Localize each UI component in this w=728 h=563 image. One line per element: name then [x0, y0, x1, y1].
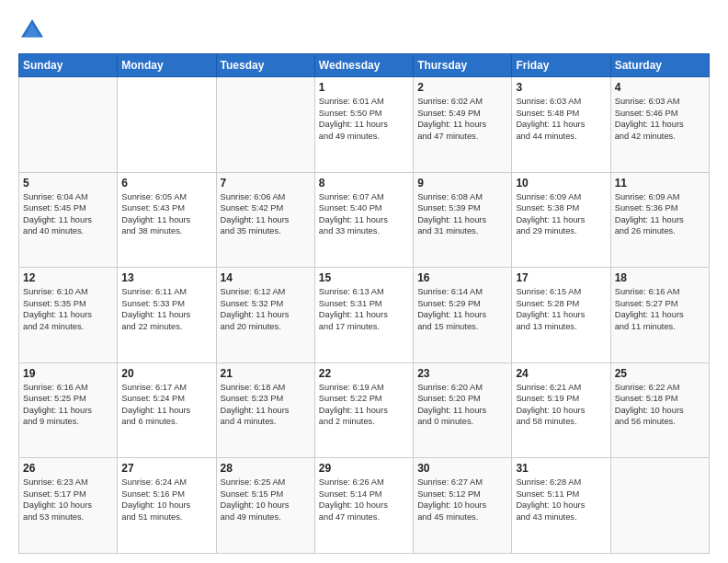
day-number: 17	[516, 271, 606, 284]
calendar-cell: 27Sunrise: 6:24 AM Sunset: 5:16 PM Dayli…	[118, 458, 216, 554]
calendar-row-2: 5Sunrise: 6:04 AM Sunset: 5:45 PM Daylig…	[19, 172, 710, 268]
calendar-cell	[19, 77, 118, 173]
day-number: 10	[516, 177, 606, 190]
header-row: SundayMondayTuesdayWednesdayThursdayFrid…	[19, 54, 710, 77]
calendar-cell: 14Sunrise: 6:12 AM Sunset: 5:32 PM Dayli…	[216, 268, 314, 363]
cell-info: Sunrise: 6:28 AM Sunset: 5:11 PM Dayligh…	[516, 477, 606, 523]
calendar-cell: 3Sunrise: 6:03 AM Sunset: 5:48 PM Daylig…	[512, 77, 610, 173]
day-number: 23	[417, 367, 507, 380]
calendar-cell: 7Sunrise: 6:06 AM Sunset: 5:42 PM Daylig…	[216, 172, 314, 268]
calendar-cell: 4Sunrise: 6:03 AM Sunset: 5:46 PM Daylig…	[610, 77, 709, 173]
col-header-thursday: Thursday	[414, 54, 512, 77]
cell-info: Sunrise: 6:09 AM Sunset: 5:36 PM Dayligh…	[615, 191, 705, 237]
calendar-cell	[216, 77, 314, 173]
cell-info: Sunrise: 6:21 AM Sunset: 5:19 PM Dayligh…	[516, 382, 606, 428]
calendar-cell	[118, 77, 216, 173]
cell-info: Sunrise: 6:25 AM Sunset: 5:15 PM Dayligh…	[221, 477, 311, 523]
cell-info: Sunrise: 6:17 AM Sunset: 5:24 PM Dayligh…	[121, 382, 211, 428]
calendar-cell: 13Sunrise: 6:11 AM Sunset: 5:33 PM Dayli…	[118, 268, 216, 363]
day-number: 14	[221, 271, 311, 284]
calendar-cell: 17Sunrise: 6:15 AM Sunset: 5:28 PM Dayli…	[512, 268, 610, 363]
day-number: 8	[319, 177, 409, 190]
calendar-cell: 1Sunrise: 6:01 AM Sunset: 5:50 PM Daylig…	[314, 77, 413, 173]
cell-info: Sunrise: 6:19 AM Sunset: 5:22 PM Dayligh…	[319, 382, 409, 428]
calendar-row-5: 26Sunrise: 6:23 AM Sunset: 5:17 PM Dayli…	[19, 458, 710, 554]
cell-info: Sunrise: 6:10 AM Sunset: 5:35 PM Dayligh…	[23, 286, 113, 332]
col-header-saturday: Saturday	[610, 54, 709, 77]
day-number: 28	[221, 462, 311, 475]
cell-info: Sunrise: 6:27 AM Sunset: 5:12 PM Dayligh…	[417, 477, 507, 523]
calendar-row-4: 19Sunrise: 6:16 AM Sunset: 5:25 PM Dayli…	[19, 362, 710, 458]
page: SundayMondayTuesdayWednesdayThursdayFrid…	[0, 0, 728, 563]
col-header-wednesday: Wednesday	[314, 54, 413, 77]
col-header-tuesday: Tuesday	[216, 54, 314, 77]
cell-info: Sunrise: 6:08 AM Sunset: 5:39 PM Dayligh…	[417, 191, 507, 237]
calendar-cell: 31Sunrise: 6:28 AM Sunset: 5:11 PM Dayli…	[512, 458, 610, 554]
calendar-cell: 12Sunrise: 6:10 AM Sunset: 5:35 PM Dayli…	[19, 268, 118, 363]
calendar-cell: 8Sunrise: 6:07 AM Sunset: 5:40 PM Daylig…	[314, 172, 413, 268]
cell-info: Sunrise: 6:05 AM Sunset: 5:43 PM Dayligh…	[121, 191, 211, 237]
calendar-cell: 16Sunrise: 6:14 AM Sunset: 5:29 PM Dayli…	[414, 268, 512, 363]
calendar-cell: 6Sunrise: 6:05 AM Sunset: 5:43 PM Daylig…	[118, 172, 216, 268]
day-number: 2	[417, 81, 507, 94]
day-number: 6	[121, 177, 211, 190]
cell-info: Sunrise: 6:14 AM Sunset: 5:29 PM Dayligh…	[417, 286, 507, 332]
cell-info: Sunrise: 6:03 AM Sunset: 5:46 PM Dayligh…	[615, 96, 705, 142]
calendar-cell: 10Sunrise: 6:09 AM Sunset: 5:38 PM Dayli…	[512, 172, 610, 268]
day-number: 26	[23, 462, 113, 475]
logo	[18, 17, 51, 44]
day-number: 29	[319, 462, 409, 475]
cell-info: Sunrise: 6:13 AM Sunset: 5:31 PM Dayligh…	[319, 286, 409, 332]
cell-info: Sunrise: 6:12 AM Sunset: 5:32 PM Dayligh…	[221, 286, 311, 332]
cell-info: Sunrise: 6:07 AM Sunset: 5:40 PM Dayligh…	[319, 191, 409, 237]
cell-info: Sunrise: 6:11 AM Sunset: 5:33 PM Dayligh…	[121, 286, 211, 332]
calendar-cell: 20Sunrise: 6:17 AM Sunset: 5:24 PM Dayli…	[118, 362, 216, 458]
logo-icon	[18, 17, 46, 44]
calendar-cell: 28Sunrise: 6:25 AM Sunset: 5:15 PM Dayli…	[216, 458, 314, 554]
cell-info: Sunrise: 6:18 AM Sunset: 5:23 PM Dayligh…	[221, 382, 311, 428]
calendar-row-1: 1Sunrise: 6:01 AM Sunset: 5:50 PM Daylig…	[19, 77, 710, 173]
cell-info: Sunrise: 6:16 AM Sunset: 5:25 PM Dayligh…	[23, 382, 113, 428]
calendar-cell: 18Sunrise: 6:16 AM Sunset: 5:27 PM Dayli…	[610, 268, 709, 363]
cell-info: Sunrise: 6:04 AM Sunset: 5:45 PM Dayligh…	[23, 191, 113, 237]
header	[18, 17, 710, 44]
cell-info: Sunrise: 6:02 AM Sunset: 5:49 PM Dayligh…	[417, 96, 507, 142]
day-number: 3	[516, 81, 606, 94]
col-header-sunday: Sunday	[19, 54, 118, 77]
calendar-cell: 21Sunrise: 6:18 AM Sunset: 5:23 PM Dayli…	[216, 362, 314, 458]
cell-info: Sunrise: 6:01 AM Sunset: 5:50 PM Dayligh…	[319, 96, 409, 142]
cell-info: Sunrise: 6:16 AM Sunset: 5:27 PM Dayligh…	[615, 286, 705, 332]
cell-info: Sunrise: 6:22 AM Sunset: 5:18 PM Dayligh…	[615, 382, 705, 428]
cell-info: Sunrise: 6:20 AM Sunset: 5:20 PM Dayligh…	[417, 382, 507, 428]
calendar-cell: 24Sunrise: 6:21 AM Sunset: 5:19 PM Dayli…	[512, 362, 610, 458]
day-number: 16	[417, 271, 507, 284]
day-number: 4	[615, 81, 705, 94]
calendar-cell: 23Sunrise: 6:20 AM Sunset: 5:20 PM Dayli…	[414, 362, 512, 458]
calendar-cell: 9Sunrise: 6:08 AM Sunset: 5:39 PM Daylig…	[414, 172, 512, 268]
day-number: 25	[615, 367, 705, 380]
calendar-table: SundayMondayTuesdayWednesdayThursdayFrid…	[18, 53, 710, 554]
day-number: 11	[615, 177, 705, 190]
day-number: 7	[221, 177, 311, 190]
cell-info: Sunrise: 6:03 AM Sunset: 5:48 PM Dayligh…	[516, 96, 606, 142]
calendar-cell: 30Sunrise: 6:27 AM Sunset: 5:12 PM Dayli…	[414, 458, 512, 554]
cell-info: Sunrise: 6:26 AM Sunset: 5:14 PM Dayligh…	[319, 477, 409, 523]
day-number: 18	[615, 271, 705, 284]
day-number: 13	[121, 271, 211, 284]
calendar-cell: 5Sunrise: 6:04 AM Sunset: 5:45 PM Daylig…	[19, 172, 118, 268]
day-number: 12	[23, 271, 113, 284]
calendar-cell: 22Sunrise: 6:19 AM Sunset: 5:22 PM Dayli…	[314, 362, 413, 458]
calendar-cell: 15Sunrise: 6:13 AM Sunset: 5:31 PM Dayli…	[314, 268, 413, 363]
calendar-cell: 29Sunrise: 6:26 AM Sunset: 5:14 PM Dayli…	[314, 458, 413, 554]
col-header-monday: Monday	[118, 54, 216, 77]
day-number: 5	[23, 177, 113, 190]
calendar-cell: 2Sunrise: 6:02 AM Sunset: 5:49 PM Daylig…	[414, 77, 512, 173]
cell-info: Sunrise: 6:06 AM Sunset: 5:42 PM Dayligh…	[221, 191, 311, 237]
calendar-cell: 19Sunrise: 6:16 AM Sunset: 5:25 PM Dayli…	[19, 362, 118, 458]
day-number: 15	[319, 271, 409, 284]
day-number: 27	[121, 462, 211, 475]
col-header-friday: Friday	[512, 54, 610, 77]
calendar-row-3: 12Sunrise: 6:10 AM Sunset: 5:35 PM Dayli…	[19, 268, 710, 363]
day-number: 19	[23, 367, 113, 380]
day-number: 9	[417, 177, 507, 190]
